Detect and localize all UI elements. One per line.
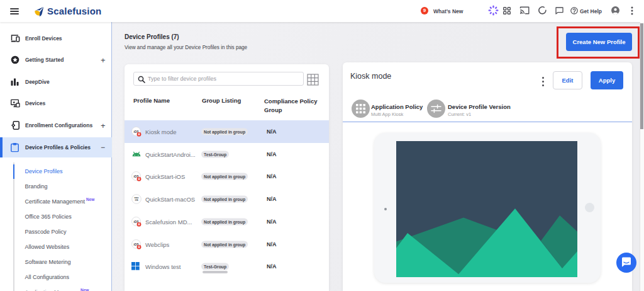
- svg-text:OS: OS: [135, 199, 138, 202]
